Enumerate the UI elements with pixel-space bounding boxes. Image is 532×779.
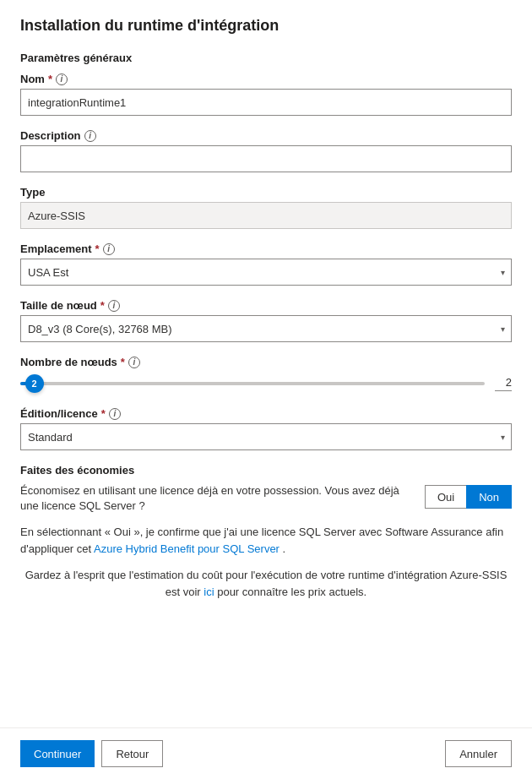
edition-licence-required: * xyxy=(101,407,106,420)
field-label-emplacement: Emplacement * i xyxy=(20,242,512,255)
cost-text: Gardez à l'esprit que l'estimation du co… xyxy=(20,567,512,600)
cost-text-suffix: pour connaître les prix actuels. xyxy=(214,586,367,598)
description-label-text: Description xyxy=(20,129,81,142)
field-label-type: Type xyxy=(20,186,512,199)
taille-noeud-select[interactable]: D8_v3 (8 Core(s), 32768 MB) D4_v3 (4 Cor… xyxy=(20,315,512,342)
slider-value-display: 2 xyxy=(495,376,512,391)
nom-label-text: Nom xyxy=(20,73,45,85)
field-label-nombre-noeuds: Nombre de nœuds * i xyxy=(20,356,512,368)
license-question-text: Économisez en utilisant une licence déjà… xyxy=(20,483,415,514)
type-label-text: Type xyxy=(20,186,45,199)
taille-noeud-select-wrapper: D8_v3 (8 Core(s), 32768 MB) D4_v3 (4 Cor… xyxy=(20,315,512,342)
nom-input[interactable] xyxy=(20,89,512,116)
field-group-nom: Nom * i xyxy=(20,73,512,116)
confirm-text: En sélectionnant « Oui », je confirme qu… xyxy=(20,524,512,557)
nombre-noeuds-info-icon[interactable]: i xyxy=(128,357,140,368)
page-container: Installation du runtime d'intégration Pa… xyxy=(0,0,532,727)
field-group-type: Type Azure-SSIS xyxy=(20,186,512,229)
section-general-label: Paramètres généraux xyxy=(20,52,512,64)
slider-container: 2 2 xyxy=(20,373,512,394)
field-group-taille-noeud: Taille de nœud * i D8_v3 (8 Core(s), 327… xyxy=(20,299,512,342)
page-title: Installation du runtime d'intégration xyxy=(20,17,512,35)
edition-licence-select-wrapper: Standard Enterprise ▾ xyxy=(20,423,512,450)
field-label-taille-noeud: Taille de nœud * i xyxy=(20,299,512,312)
slider-thumb[interactable]: 2 xyxy=(25,374,44,393)
edition-licence-label-text: Édition/licence xyxy=(20,407,98,420)
description-input[interactable] xyxy=(20,145,512,172)
license-buttons: Oui Non xyxy=(425,485,512,509)
field-group-description: Description i xyxy=(20,129,512,172)
slider-track: 2 xyxy=(20,382,485,385)
edition-licence-info-icon[interactable]: i xyxy=(109,408,121,420)
savings-title: Faites des économies xyxy=(20,464,512,477)
field-group-edition-licence: Édition/licence * i Standard Enterprise … xyxy=(20,407,512,450)
oui-button[interactable]: Oui xyxy=(425,485,466,509)
retour-button[interactable]: Retour xyxy=(101,740,163,767)
taille-noeud-label-text: Taille de nœud xyxy=(20,299,97,312)
type-value: Azure-SSIS xyxy=(20,202,512,229)
non-button[interactable]: Non xyxy=(466,485,512,509)
field-label-edition-licence: Édition/licence * i xyxy=(20,407,512,420)
nom-required: * xyxy=(48,73,52,85)
description-info-icon[interactable]: i xyxy=(84,130,96,142)
emplacement-required: * xyxy=(95,242,100,255)
emplacement-select-wrapper: USA Est USA Ouest Europe Nord Europe Oue… xyxy=(20,259,512,286)
field-group-nombre-noeuds: Nombre de nœuds * i 2 2 xyxy=(20,356,512,394)
emplacement-info-icon[interactable]: i xyxy=(103,243,115,255)
annuler-button[interactable]: Annuler xyxy=(445,740,512,767)
continuer-button[interactable]: Continuer xyxy=(20,740,95,767)
emplacement-select[interactable]: USA Est USA Ouest Europe Nord Europe Oue… xyxy=(20,259,512,286)
footer-left: Continuer Retour xyxy=(20,740,163,767)
edition-licence-select[interactable]: Standard Enterprise xyxy=(20,423,512,450)
savings-section: Faites des économies Économisez en utili… xyxy=(20,464,512,600)
emplacement-label-text: Emplacement xyxy=(20,242,92,255)
taille-noeud-required: * xyxy=(100,299,105,312)
nombre-noeuds-label-text: Nombre de nœuds xyxy=(20,356,117,368)
field-group-emplacement: Emplacement * i USA Est USA Ouest Europe… xyxy=(20,242,512,286)
license-question-row: Économisez en utilisant une licence déjà… xyxy=(20,483,512,514)
azure-hybrid-benefit-link[interactable]: Azure Hybrid Benefit pour SQL Server xyxy=(94,542,280,555)
slider-wrapper[interactable]: 2 xyxy=(20,373,485,394)
nom-info-icon[interactable]: i xyxy=(56,74,68,85)
footer: Continuer Retour Annuler xyxy=(0,727,532,779)
field-label-description: Description i xyxy=(20,129,512,142)
confirm-text-suffix: . xyxy=(280,542,285,555)
nombre-noeuds-required: * xyxy=(121,356,125,368)
taille-noeud-info-icon[interactable]: i xyxy=(108,300,120,312)
cost-link[interactable]: ici xyxy=(204,586,214,598)
field-label-nom: Nom * i xyxy=(20,73,512,85)
